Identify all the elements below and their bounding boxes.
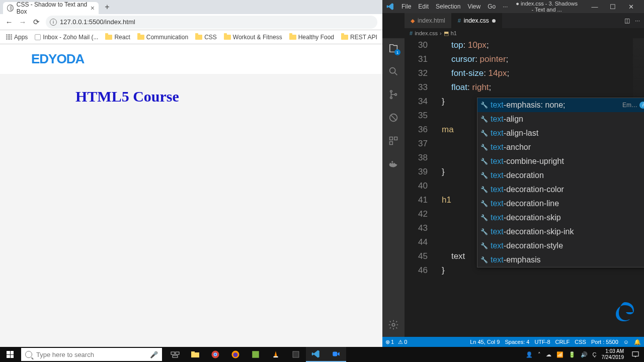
status-port[interactable]: Port : 5500: [591, 339, 618, 345]
autocomplete-item[interactable]: 🔧text-anchor: [477, 140, 644, 154]
explorer-icon[interactable]: [387, 42, 399, 54]
tray-wifi-icon[interactable]: 📶: [556, 351, 564, 358]
reload-button[interactable]: ⟳: [30, 16, 42, 28]
tab-index-css[interactable]: #index.css: [452, 13, 502, 28]
folder-icon: [341, 35, 348, 40]
svg-rect-17: [173, 355, 178, 357]
line-gutter: 3031323334353637383940414243444546: [405, 38, 437, 278]
status-feedback-icon[interactable]: ☺: [623, 339, 629, 345]
source-control-icon[interactable]: [387, 88, 399, 101]
extensions-icon[interactable]: [387, 135, 399, 147]
close-tab-icon[interactable]: ×: [91, 4, 95, 12]
menu-edit[interactable]: Edit: [418, 3, 429, 10]
autocomplete-item[interactable]: 🔧text-decoration-style: [477, 239, 644, 253]
close-button[interactable]: ✕: [622, 0, 640, 13]
debug-icon[interactable]: [387, 112, 399, 124]
mic-icon[interactable]: 🎤: [150, 351, 158, 358]
status-bell-icon[interactable]: 🔔: [634, 339, 641, 345]
back-button[interactable]: ←: [3, 16, 15, 28]
autocomplete-item[interactable]: 🔧text-decoration-line: [477, 197, 644, 211]
bookmark-react[interactable]: React: [102, 33, 133, 42]
site-info-icon[interactable]: i: [50, 19, 57, 26]
new-tab-button[interactable]: +: [102, 2, 113, 13]
search-icon[interactable]: [387, 65, 399, 77]
start-button[interactable]: [0, 347, 20, 362]
taskbar-clock[interactable]: 1:03 AM 7/24/2019: [602, 348, 624, 360]
menu-selection[interactable]: Selection: [436, 3, 460, 10]
tab-index-html[interactable]: ◆index.html: [405, 13, 452, 28]
status-position[interactable]: Ln 45, Col 9: [470, 339, 500, 345]
status-eol[interactable]: CRLF: [555, 339, 570, 345]
tray-volume-icon[interactable]: 🔊: [581, 351, 588, 358]
more-actions-icon[interactable]: ···: [635, 17, 640, 24]
tab-title: CSS - Shadow to Text and Box: [17, 1, 91, 15]
split-editor-icon[interactable]: ◫: [624, 17, 630, 24]
breadcrumbs[interactable]: # index.css › ⬒ h1: [405, 28, 644, 38]
edge-logo-icon: [613, 299, 637, 328]
action-center-icon[interactable]: [629, 347, 642, 362]
status-errors[interactable]: ⊗ 1: [385, 339, 394, 345]
chrome-toolbar: ← → ⟳ i 127.0.0.1:5500/index.html: [0, 14, 382, 30]
tray-people-icon[interactable]: 👤: [526, 351, 533, 358]
taskbar-search[interactable]: Type here to search 🎤: [21, 348, 162, 361]
vscode-taskbar-icon[interactable]: [306, 347, 326, 362]
app-icon-1[interactable]: [246, 347, 266, 362]
chrome-tab-strip: CSS - Shadow to Text and Box × +: [0, 0, 382, 14]
autocomplete-item[interactable]: 🔧text-combine-upright: [477, 154, 644, 168]
autocomplete-popup[interactable]: 🔧text-emphasis: none;Em… i🔧text-align🔧te…: [477, 98, 644, 267]
tray-onedrive-icon[interactable]: ☁: [546, 351, 551, 358]
menu-file[interactable]: File: [401, 3, 411, 10]
chrome-icon[interactable]: [205, 347, 225, 362]
forward-button[interactable]: →: [17, 16, 29, 28]
bookmark-food[interactable]: Healthy Food: [286, 33, 337, 42]
status-encoding[interactable]: UTF-8: [534, 339, 550, 345]
symbol-icon: ⬒: [444, 30, 449, 37]
task-view-icon[interactable]: [165, 347, 185, 362]
folder-icon: [195, 35, 202, 40]
svg-point-23: [214, 353, 217, 356]
bookmark-inbox[interactable]: Inbox - Zoho Mail (...: [32, 33, 101, 42]
svg-rect-19: [191, 351, 195, 353]
autocomplete-item[interactable]: 🔧text-emphasis: none;Em… i: [477, 98, 644, 112]
bookmark-rest[interactable]: REST API: [338, 33, 380, 42]
menu-view[interactable]: View: [467, 3, 480, 10]
tray-battery-icon[interactable]: 🔋: [569, 351, 576, 358]
svg-rect-27: [274, 356, 278, 357]
tray-lang-icon[interactable]: Ç: [593, 351, 597, 357]
firefox-icon[interactable]: [225, 347, 246, 362]
status-spaces[interactable]: Spaces: 4: [505, 339, 529, 345]
svg-point-14: [392, 323, 395, 326]
autocomplete-item[interactable]: 🔧text-emphasis: [477, 253, 644, 267]
autocomplete-item[interactable]: 🔧text-align: [477, 112, 644, 126]
minimize-button[interactable]: —: [586, 0, 604, 13]
menu-go[interactable]: Go: [488, 3, 496, 10]
maximize-button[interactable]: ☐: [604, 0, 622, 13]
autocomplete-item[interactable]: 🔧text-decoration: [477, 168, 644, 183]
vlc-icon[interactable]: [266, 347, 286, 362]
bookmark-communication[interactable]: Communication: [134, 33, 191, 42]
browser-tab[interactable]: CSS - Shadow to Text and Box ×: [3, 2, 99, 14]
autocomplete-item[interactable]: 🔧text-decoration-skip: [477, 211, 644, 225]
bookmark-css[interactable]: CSS: [192, 33, 220, 42]
svg-point-0: [390, 68, 395, 73]
code-editor[interactable]: 3031323334353637383940414243444546 top: …: [405, 38, 644, 337]
vscode-logo-icon: [386, 3, 394, 11]
autocomplete-item[interactable]: 🔧text-align-last: [477, 126, 644, 140]
settings-gear-icon[interactable]: [387, 319, 399, 331]
tray-chevron-up-icon[interactable]: ˄: [538, 351, 541, 358]
autocomplete-item[interactable]: 🔧text-decoration-color: [477, 183, 644, 197]
address-bar[interactable]: i 127.0.0.1:5500/index.html: [46, 16, 377, 29]
file-explorer-icon[interactable]: [185, 347, 205, 362]
autocomplete-item[interactable]: 🔧text-decoration-skip-ink: [477, 225, 644, 239]
svg-point-4: [395, 94, 397, 96]
docker-icon[interactable]: [387, 158, 399, 170]
app-icon-2[interactable]: [286, 347, 306, 362]
page-header: EDYODA: [0, 44, 382, 74]
apps-button[interactable]: Apps: [3, 33, 31, 42]
activity-bar: [382, 38, 405, 337]
bookmark-workout[interactable]: Workout & Fitness: [221, 33, 285, 42]
status-warnings[interactable]: ⚠ 0: [398, 339, 407, 345]
menu-more[interactable]: ···: [503, 3, 508, 10]
status-language[interactable]: CSS: [575, 339, 586, 345]
zoom-icon[interactable]: [326, 347, 346, 362]
